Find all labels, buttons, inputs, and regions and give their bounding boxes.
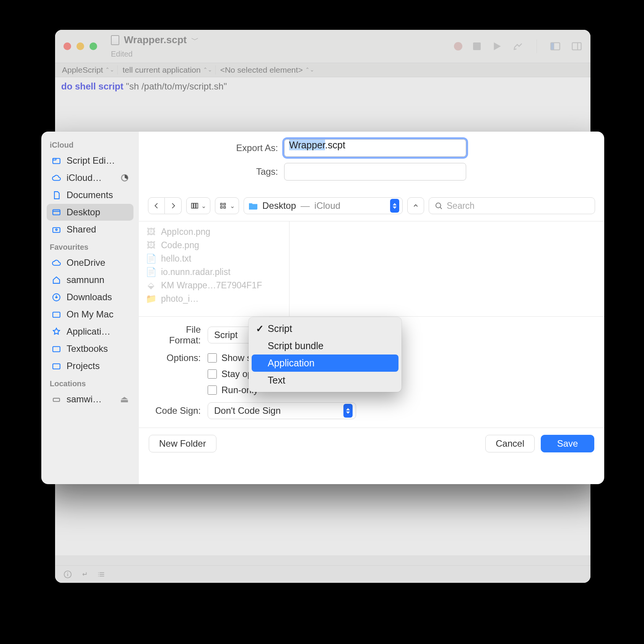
sidebar-section-title: iCloud [45,136,135,152]
folder-icon [51,361,61,371]
back-button[interactable] [148,197,165,214]
folder-icon [51,344,61,354]
shared-folder-icon [51,224,61,234]
svg-rect-1 [551,43,554,50]
file-column[interactable]: 🖼AppIcon.png 🖼Code.png 📄hello.txt 📄io.nu… [139,221,289,316]
location-dash: — [301,200,310,211]
cloud-icon [51,173,61,183]
file-format-option-script-bundle[interactable]: Script bundle [252,337,398,355]
list-icon[interactable] [96,569,106,579]
sidebar-item-applications[interactable]: Applicati… [47,323,133,340]
file-item[interactable]: 📄io.nunn.radar.plist [139,265,289,279]
plist-icon: 📄 [146,268,156,277]
sidebar-item-on-my-mac[interactable]: On My Mac [47,306,133,323]
sidebar-item-script-editor[interactable]: Script Edi… [47,152,133,169]
file-preview-column [289,221,604,316]
text-icon: 📄 [146,254,156,263]
file-format-option-text[interactable]: Text [252,372,398,389]
image-icon: 🖼 [146,228,156,237]
svg-rect-24 [53,398,60,401]
svg-rect-14 [53,158,56,160]
svg-rect-31 [224,207,226,208]
minimize-window-icon[interactable] [76,42,84,50]
checkbox-icon[interactable] [208,353,217,363]
drive-icon [51,394,61,404]
desktop-icon [51,207,61,217]
file-format-menu[interactable]: ✓Script Script bundle Application Text [249,317,402,392]
cancel-button[interactable]: Cancel [485,435,535,452]
file-item[interactable]: ⬙KM Wrappe…7E7904F1F [139,279,289,292]
title-chevron-icon[interactable]: ﹀ [191,35,199,45]
code-string: "sh /path/to/my/script.sh" [124,81,227,91]
toggle-left-panel-button[interactable] [550,41,561,52]
file-item[interactable]: 📄hello.txt [139,252,289,265]
search-icon [434,202,443,210]
sidebar-item-home[interactable]: samnunn [47,272,133,288]
sidebar-item-textbooks[interactable]: Textbooks [47,340,133,357]
close-window-icon[interactable] [63,42,71,50]
code-sign-popup[interactable]: Don't Code Sign [208,402,356,419]
file-item[interactable]: 🖼AppIcon.png [139,225,289,239]
svg-rect-25 [192,203,194,208]
export-as-label: Export As: [154,143,284,153]
export-as-row: Export As: Wrapper.scpt [154,139,589,157]
checkbox-icon[interactable] [208,369,217,379]
new-folder-button[interactable]: New Folder [149,435,216,452]
return-icon[interactable] [80,569,89,579]
scope-selector[interactable]: tell current application⌃⌄ [119,65,215,75]
chevron-down-icon: ⌄ [230,202,235,210]
svg-point-11 [98,574,99,575]
element-selector[interactable]: <No selected element>⌃⌄ [217,65,317,75]
stop-button[interactable] [473,42,481,50]
file-format-option-script[interactable]: ✓Script [252,320,398,337]
popup-stepper-icon [390,199,399,213]
document-icon [51,190,61,200]
window-controls[interactable] [63,42,97,50]
sidebar-section-favourites: Favourites OneDrive samnunn Downloads On… [45,238,135,374]
forward-button[interactable] [165,197,182,214]
file-format-value: Script [214,330,237,340]
sidebar-item-desktop[interactable]: Desktop [47,204,133,221]
svg-line-33 [440,207,442,209]
search-placeholder: Search [447,201,475,211]
toggle-right-panel-button[interactable] [571,41,582,52]
svg-rect-27 [196,203,198,208]
export-as-input[interactable]: Wrapper.scpt [284,139,466,157]
file-format-option-application[interactable]: Application [252,355,398,372]
search-field[interactable]: Search [429,197,595,214]
compile-button[interactable] [513,41,524,52]
sync-progress-icon [120,174,129,182]
sidebar-item-icloud-drive[interactable]: iCloud… [47,169,133,186]
sidebar-item-documents[interactable]: Documents [47,187,133,203]
language-selector[interactable]: AppleScript⌃⌄ [59,65,118,75]
applications-icon [51,327,61,337]
editor-footer [55,565,590,583]
file-item[interactable]: 🖼Code.png [139,239,289,252]
document-proxy-icon[interactable] [111,35,119,45]
zoom-window-icon[interactable] [89,42,97,50]
group-button[interactable]: ⌄ [215,197,239,214]
folder-icon [51,156,61,166]
view-columns-button[interactable]: ⌄ [186,197,210,214]
record-button[interactable] [454,42,462,50]
sidebar-item-downloads[interactable]: Downloads [47,289,133,306]
run-button[interactable] [491,41,502,52]
sidebar-item-external-drive[interactable]: samwi…⏏ [47,391,133,408]
collapse-button[interactable] [407,197,424,214]
sidebar-item-shared[interactable]: Shared [47,221,133,238]
browser-toolbar: ⌄ ⌄ Desktop — iCloud Search [139,193,604,221]
sidebar-item-projects[interactable]: Projects [47,358,133,374]
checkbox-icon[interactable] [208,385,217,395]
app-icon: ⬙ [146,281,156,290]
info-icon[interactable] [63,569,73,579]
code-sign-label: Code Sign: [154,405,208,416]
eject-icon[interactable]: ⏏ [120,394,129,405]
save-button[interactable]: Save [541,435,594,452]
location-popup[interactable]: Desktop — iCloud [244,197,403,214]
svg-point-32 [436,203,441,208]
file-item[interactable]: 📁photo_i… [139,292,289,306]
svg-rect-2 [572,43,581,50]
sidebar-item-onedrive[interactable]: OneDrive [47,254,133,271]
tags-input[interactable] [284,163,466,181]
cloud-icon [51,258,61,268]
